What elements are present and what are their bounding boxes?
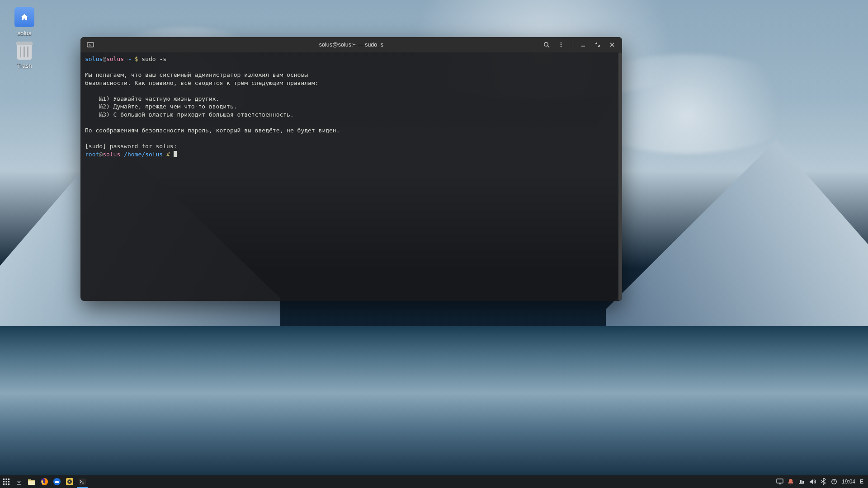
svg-rect-11 [3, 483, 5, 485]
menu-button[interactable] [555, 38, 567, 51]
taskbar-app-terminal[interactable] [76, 475, 89, 488]
network-icon[interactable] [797, 475, 807, 488]
terminal-scrollbar[interactable] [618, 52, 622, 301]
svg-rect-9 [6, 481, 7, 483]
svg-rect-6 [6, 479, 7, 480]
clock[interactable]: 19:04 [840, 475, 857, 488]
taskbar[interactable]: 19:04 E [0, 475, 868, 488]
desktop-icon-label: solus [8, 30, 41, 37]
desktop-icon-label: Trash [8, 62, 41, 69]
system-tray: 19:04 E [775, 475, 868, 488]
svg-rect-7 [8, 479, 9, 480]
home-folder-icon [14, 7, 34, 27]
notification-bell-icon[interactable] [786, 475, 796, 488]
minimize-button[interactable] [577, 38, 590, 51]
svg-point-4 [561, 46, 562, 47]
svg-point-18 [69, 481, 71, 483]
maximize-button[interactable] [591, 38, 604, 51]
svg-point-3 [561, 44, 562, 46]
svg-rect-10 [8, 481, 9, 483]
power-icon[interactable] [829, 475, 839, 488]
volume-icon[interactable] [807, 475, 817, 488]
taskbar-app-files[interactable] [25, 475, 38, 488]
svg-point-2 [561, 42, 562, 44]
svg-point-1 [544, 42, 548, 46]
svg-rect-19 [79, 479, 86, 485]
keyboard-layout-indicator[interactable]: E [858, 475, 865, 488]
desktop-icon-trash[interactable]: Trash [8, 42, 41, 69]
trash-icon [17, 42, 32, 60]
taskbar-app-thunderbird[interactable] [51, 475, 63, 488]
svg-rect-5 [3, 479, 5, 480]
display-indicator-icon[interactable] [775, 475, 785, 488]
svg-rect-12 [6, 483, 7, 485]
svg-rect-0 [87, 42, 94, 47]
terminal-window[interactable]: solus@solus:~ — sudo -s solus@solus ~ $ … [80, 37, 622, 301]
bluetooth-icon[interactable] [818, 475, 828, 488]
new-tab-button[interactable] [84, 38, 97, 51]
taskbar-app-downloads[interactable] [13, 475, 25, 488]
window-titlebar[interactable]: solus@solus:~ — sudo -s [80, 37, 622, 52]
apps-menu-button[interactable] [0, 475, 13, 488]
search-button[interactable] [540, 38, 553, 51]
desktop-icon-home[interactable]: solus [8, 7, 41, 37]
svg-rect-8 [3, 481, 5, 483]
svg-rect-20 [777, 479, 783, 483]
terminal-cursor [174, 151, 177, 157]
taskbar-app-rhythmbox[interactable] [63, 475, 76, 488]
taskbar-app-firefox[interactable] [38, 475, 51, 488]
terminal-output[interactable]: solus@solus ~ $ sudo -s Мы полагаем, что… [80, 52, 618, 301]
close-button[interactable] [606, 38, 618, 51]
svg-rect-13 [8, 483, 9, 485]
